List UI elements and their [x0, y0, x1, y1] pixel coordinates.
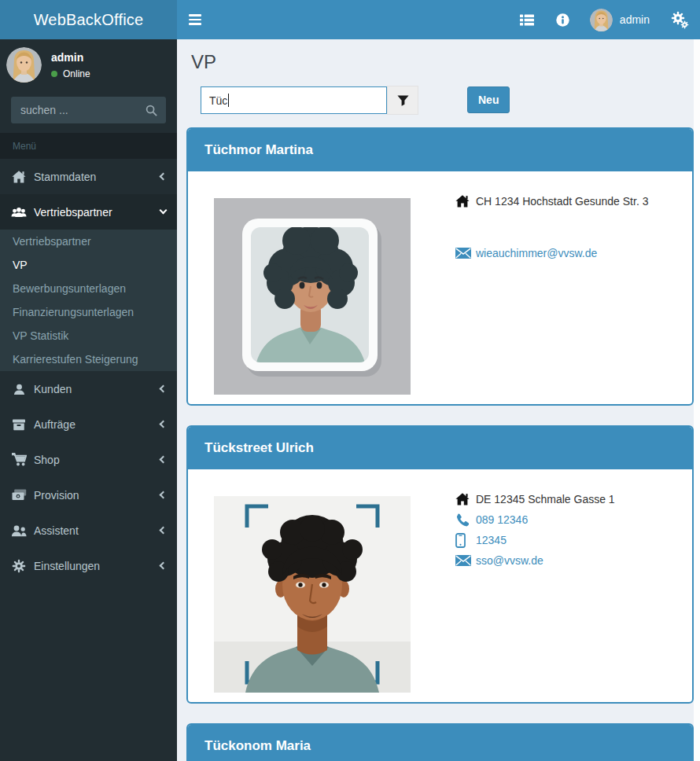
filter-button[interactable] — [387, 86, 418, 115]
content-area: VP Tüc Neu Tüchmor Martina — [177, 39, 700, 761]
submenu-item-vp[interactable]: VP — [0, 253, 177, 277]
vp-card-title: Tüchmor Martina — [188, 129, 692, 173]
new-record-button[interactable]: Neu — [467, 86, 510, 113]
home-icon — [11, 171, 27, 183]
online-status-dot — [51, 71, 57, 77]
vp-card: Tückstreet Ulrich — [186, 425, 694, 704]
list-view-button[interactable] — [509, 0, 545, 39]
vp-search-value: Tüc — [209, 94, 227, 107]
th-list-icon — [520, 14, 534, 26]
settings-menu-button[interactable] — [659, 0, 700, 39]
vp-address: CH 1234 Hochstadt Gesunde Str. 3 — [476, 195, 648, 208]
sidebar-username: admin — [51, 51, 90, 64]
vp-photo-martina — [214, 198, 411, 395]
users-icon — [11, 206, 27, 219]
submenu-item-bewerbungsunterlagen[interactable]: Bewerbungsunterlagen — [0, 277, 177, 300]
navbar-username: admin — [620, 13, 650, 26]
sidebar-item-shop[interactable]: Shop — [0, 442, 177, 477]
chevron-left-icon — [160, 562, 168, 570]
home-icon — [455, 493, 476, 505]
vp-card-title: Tückstreet Ulrich — [188, 427, 692, 471]
chevron-left-icon — [160, 491, 168, 499]
brand-logo[interactable]: WebBackOffice — [0, 0, 177, 39]
gears-icon — [670, 10, 689, 29]
vp-address: DE 12345 Schmale Gasse 1 — [476, 493, 615, 505]
home-icon — [455, 195, 476, 208]
navbar-avatar — [590, 9, 613, 31]
sidebar-menu-header: Menü — [0, 133, 177, 159]
vp-card-title: Tückonom Maria — [188, 725, 692, 761]
submenu-item-finanzierungsunterlagen[interactable]: Finanzierungsunterlagen — [0, 300, 177, 324]
info-button[interactable] — [545, 0, 580, 39]
chevron-left-icon — [160, 421, 168, 428]
vp-photo-ulrich — [214, 496, 411, 693]
sidebar: admin Online Menü — [0, 39, 177, 761]
phone-icon — [455, 513, 476, 527]
sidebar-item-provision[interactable]: Provision — [0, 477, 177, 513]
contact-info: DE 12345 Schmale Gasse 1 089 12346 — [455, 487, 615, 693]
vp-search-input[interactable]: Tüc — [201, 86, 387, 114]
submenu-item-vp-statistik[interactable]: VP Statistik — [0, 324, 177, 347]
sidebar-avatar — [6, 47, 42, 83]
sidebar-item-stammdaten[interactable]: Stammdaten — [0, 159, 177, 194]
vp-card: Tüchmor Martina — [186, 127, 694, 406]
gear-icon — [11, 559, 27, 573]
chevron-left-icon — [160, 456, 168, 464]
sidebar-item-vertriebspartner[interactable]: Vertriebspartner — [0, 194, 177, 230]
sidebar-item-assistent[interactable]: Assistent — [0, 513, 177, 548]
vp-card: Tückonom Maria — [186, 723, 694, 761]
sidebar-search-form — [11, 97, 166, 123]
text-caret — [228, 94, 229, 107]
page-title: VP — [191, 51, 694, 73]
envelope-icon — [455, 555, 476, 566]
webbackoffice-app: WebBackOffice — [0, 0, 700, 761]
user-group-icon — [11, 524, 27, 537]
hamburger-icon — [189, 14, 201, 17]
chevron-left-icon — [160, 385, 168, 393]
search-icon — [146, 105, 157, 116]
sidebar-toggle-button[interactable] — [177, 0, 212, 39]
chevron-left-icon — [160, 527, 168, 535]
mobile-icon — [455, 533, 476, 548]
user-icon — [11, 383, 27, 395]
envelope-icon — [455, 248, 476, 259]
chevron-down-icon — [160, 207, 168, 215]
sidebar-menu: Stammdaten Vertriebspartner Vertriebspar… — [0, 159, 177, 583]
top-navbar: WebBackOffice — [0, 0, 700, 39]
user-account-menu[interactable]: admin — [580, 0, 659, 39]
vp-mobile-link[interactable]: 12345 — [476, 534, 507, 546]
vertriebspartner-submenu: Vertriebspartner VP Bewerbungsunterlagen… — [0, 230, 177, 371]
vp-email-link[interactable]: sso@vvsw.de — [476, 554, 543, 567]
sidebar-item-auftraege[interactable]: Aufträge — [0, 406, 177, 442]
vertical-scrollbar[interactable] — [694, 39, 700, 761]
funnel-icon — [396, 94, 410, 107]
sidebar-search-input[interactable] — [11, 104, 136, 116]
contact-info: CH 1234 Hochstadt Gesunde Str. 3 wieauch… — [455, 189, 648, 395]
submenu-item-karrierestufen[interactable]: Karrierestufen Steigerung — [0, 347, 177, 371]
info-circle-icon — [556, 13, 569, 27]
list-controls: Tüc Neu — [201, 86, 694, 115]
sidebar-user-panel: admin Online — [0, 39, 177, 89]
sidebar-item-kunden[interactable]: Kunden — [0, 371, 177, 406]
vp-email-link[interactable]: wieauchimmer@vvsw.de — [476, 247, 597, 259]
submenu-item-vertriebspartner[interactable]: Vertriebspartner — [0, 230, 177, 253]
sidebar-search-button[interactable] — [136, 97, 166, 123]
chevron-left-icon — [160, 173, 168, 181]
archive-box-icon — [11, 418, 27, 431]
vp-phone-link[interactable]: 089 12346 — [476, 513, 528, 526]
online-status-label: Online — [63, 68, 90, 79]
banknotes-icon — [11, 489, 27, 501]
shopping-cart-icon — [11, 453, 27, 466]
sidebar-item-einstellungen[interactable]: Einstellungen — [0, 548, 177, 583]
